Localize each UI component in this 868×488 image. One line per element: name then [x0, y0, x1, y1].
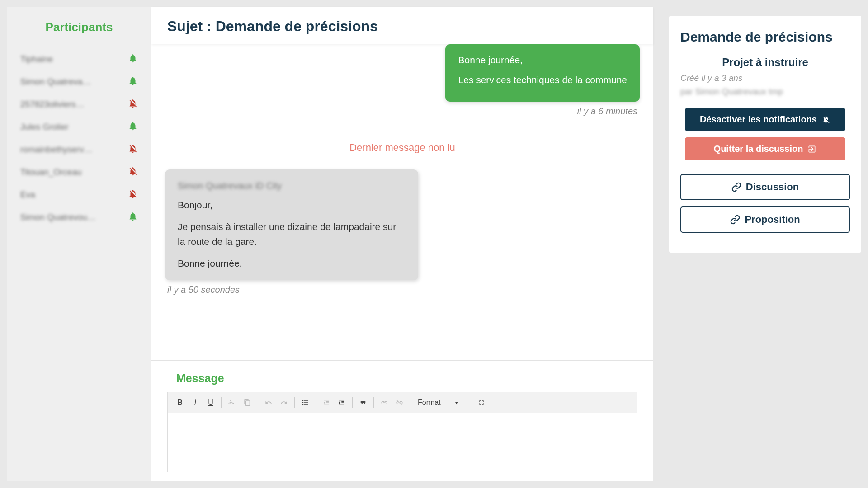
sent-timestamp: il y a 6 minutes	[577, 106, 640, 117]
info-subtitle: Projet à instruire	[680, 56, 850, 69]
participant-name: Simon Quatreva…	[20, 77, 91, 87]
outdent-icon	[323, 399, 330, 406]
message-line: Bonne journée.	[178, 256, 406, 271]
link-icon	[381, 399, 388, 406]
redo-button[interactable]	[276, 395, 292, 410]
info-author: par Simon Quatrevaux tmp	[680, 87, 850, 97]
participant-name: Jules Grolier	[20, 122, 69, 132]
participant-row[interactable]: Titouan_Orceau	[16, 161, 142, 183]
quote-button[interactable]	[355, 395, 371, 410]
indent-button[interactable]	[334, 395, 349, 410]
toolbar-separator	[471, 397, 471, 408]
format-dropdown[interactable]: Format▼	[413, 399, 468, 407]
undo-icon	[265, 399, 272, 406]
bell-on-icon	[128, 53, 138, 65]
indent-icon	[338, 399, 345, 406]
subject-bar: Sujet : Demande de précisions	[151, 7, 653, 44]
participant-row[interactable]: Eva	[16, 183, 142, 206]
unread-divider: Dernier message non lu	[206, 135, 599, 154]
toolbar-separator	[221, 397, 222, 408]
undo-button[interactable]	[261, 395, 276, 410]
link-icon	[730, 215, 740, 225]
messages-area: Bonne journée,Les services techniques de…	[151, 44, 653, 360]
exit-icon	[807, 145, 816, 154]
composer-title: Message	[167, 372, 637, 385]
discussion-link-button[interactable]: Discussion	[680, 174, 850, 200]
maximize-icon	[478, 399, 485, 406]
redo-icon	[280, 399, 288, 406]
bell-on-icon	[128, 76, 138, 88]
bold-button[interactable]: B	[172, 395, 188, 410]
participant-row[interactable]: Simon Quatrevou…	[16, 206, 142, 229]
received-timestamp: il y a 50 secondes	[165, 285, 240, 295]
participant-name: romainbethyserv…	[20, 145, 92, 155]
unread-label: Dernier message non lu	[206, 135, 599, 154]
participant-name: Simon Quatrevou…	[20, 212, 96, 222]
editor-toolbar: B I U	[167, 392, 637, 413]
info-title: Demande de précisions	[680, 29, 850, 45]
maximize-button[interactable]	[474, 395, 489, 410]
bell-on-icon	[128, 211, 138, 223]
right-panel: Demande de précisions Projet à instruire…	[653, 7, 861, 481]
quote-icon	[359, 399, 367, 407]
cut-button[interactable]	[224, 395, 240, 410]
disable-notif-button[interactable]: Désactiver les notifications	[685, 108, 845, 131]
participant-row[interactable]: 257823oliviers…	[16, 93, 142, 116]
bullet-list-icon	[302, 399, 309, 406]
participants-panel: Participants TiphaineSimon Quatreva…2578…	[7, 7, 151, 481]
link-button[interactable]	[377, 395, 392, 410]
quit-discussion-button[interactable]: Quitter la discussion	[685, 137, 845, 160]
sent-bubble: Bonne journée,Les services techniques de…	[445, 44, 640, 102]
message-line: Bonne journée,	[458, 52, 627, 68]
bell-slash-icon	[821, 115, 830, 124]
participant-name: Eva	[20, 190, 35, 200]
participant-name: Titouan_Orceau	[20, 167, 82, 177]
info-card: Demande de précisions Projet à instruire…	[669, 16, 861, 253]
toolbar-separator	[258, 397, 258, 408]
participant-name: Tiphaine	[20, 54, 53, 64]
participants-title: Participants	[16, 20, 142, 34]
conversation-panel: Sujet : Demande de précisions Bonne jour…	[151, 7, 653, 481]
participant-row[interactable]: Jules Grolier	[16, 116, 142, 138]
toolbar-separator	[373, 397, 374, 408]
participant-name: 257823oliviers…	[20, 99, 85, 109]
subject-text: Sujet : Demande de précisions	[167, 18, 378, 34]
message-sent: Bonne journée,Les services techniques de…	[160, 44, 644, 117]
copy-icon	[244, 399, 251, 406]
chevron-down-icon: ▼	[454, 400, 459, 405]
unlink-icon	[396, 399, 403, 406]
message-line: Les services techniques de la commune	[458, 72, 627, 88]
toolbar-separator	[410, 397, 410, 408]
bell-off-icon	[128, 99, 138, 110]
message-author: Simon Quatrevaux iD City	[178, 178, 406, 193]
participant-row[interactable]: romainbethyserv…	[16, 138, 142, 161]
link-icon	[731, 182, 741, 192]
bell-off-icon	[128, 189, 138, 201]
message-line: Je pensais à installer une dizaine de la…	[178, 219, 406, 249]
bullet-list-button[interactable]	[297, 395, 313, 410]
proposition-link-button[interactable]: Proposition	[680, 206, 850, 233]
toolbar-separator	[316, 397, 316, 408]
info-created: Créé il y a 3 ans	[680, 73, 850, 83]
outdent-button[interactable]	[319, 395, 334, 410]
participant-row[interactable]: Simon Quatreva…	[16, 70, 142, 93]
toolbar-separator	[352, 397, 353, 408]
message-line: Bonjour,	[178, 197, 406, 213]
underline-button[interactable]: U	[203, 395, 218, 410]
bell-off-icon	[128, 144, 138, 155]
italic-button[interactable]: I	[188, 395, 203, 410]
unlink-button[interactable]	[392, 395, 407, 410]
bell-on-icon	[128, 121, 138, 133]
message-received: Simon Quatrevaux iD City Bonjour,Je pens…	[160, 169, 644, 295]
composer: Message B I U	[151, 360, 653, 481]
toolbar-separator	[294, 397, 295, 408]
received-bubble: Simon Quatrevaux iD City Bonjour,Je pens…	[165, 169, 418, 280]
editor-textarea[interactable]	[167, 413, 637, 472]
scissors-icon	[228, 399, 236, 406]
copy-button[interactable]	[240, 395, 255, 410]
bell-off-icon	[128, 166, 138, 178]
participant-row[interactable]: Tiphaine	[16, 48, 142, 70]
